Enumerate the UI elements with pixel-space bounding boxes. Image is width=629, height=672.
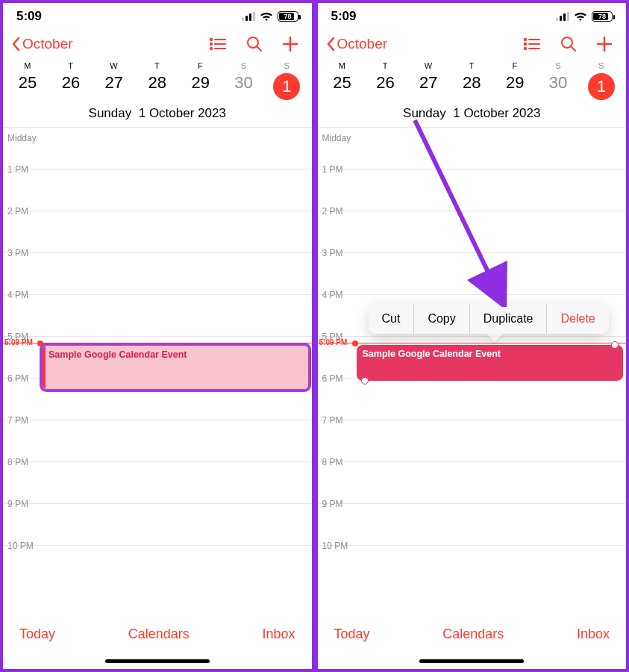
day-col-thu[interactable]: T28 (450, 58, 493, 105)
calendar-event[interactable]: Sample Google Calendar Event (42, 345, 309, 390)
clock: 5:09 (331, 9, 357, 24)
menu-duplicate[interactable]: Duplicate (470, 304, 548, 334)
search-icon[interactable] (246, 36, 263, 52)
context-menu: Cut Copy Duplicate Delete (369, 304, 609, 334)
cellular-icon (556, 12, 569, 21)
hour-label: 4 PM (322, 290, 343, 300)
hour-label: 8 PM (7, 457, 28, 467)
calendars-button[interactable]: Calendars (442, 626, 504, 642)
battery-icon: 78 (592, 11, 613, 22)
hour-label: 4 PM (7, 290, 28, 300)
hour-label: 6 PM (322, 373, 343, 384)
status-bar: 5:09 78 (3, 3, 312, 25)
back-label: October (22, 36, 73, 52)
day-col-wed[interactable]: W27 (93, 58, 136, 105)
hour-label: 7 PM (322, 415, 343, 426)
chevron-left-icon (325, 37, 336, 52)
screenshot-right: 5:09 78 October (315, 0, 630, 672)
search-icon[interactable] (560, 36, 577, 52)
day-timeline[interactable]: Midday 1 PM 2 PM 3 PM 4 PM 5 PM 6 PM 7 P… (3, 127, 312, 566)
hour-label: 9 PM (322, 499, 343, 509)
hour-label: 2 PM (322, 206, 343, 217)
day-col-fri[interactable]: F29 (179, 58, 222, 105)
resize-handle-top[interactable] (611, 341, 619, 349)
today-button[interactable]: Today (19, 626, 55, 642)
wifi-icon (260, 11, 273, 22)
resize-handle-bottom[interactable] (361, 377, 369, 385)
svg-point-2 (210, 43, 211, 45)
now-indicator: 5:09 PM (318, 343, 627, 343)
day-col-sat[interactable]: S30 (536, 58, 580, 105)
back-button[interactable]: October (10, 36, 73, 52)
home-indicator[interactable] (419, 659, 524, 663)
battery-icon: 78 (278, 11, 298, 22)
day-col-thu[interactable]: T28 (136, 58, 179, 105)
hour-label: 7 PM (7, 415, 28, 426)
hour-label: Midday (322, 133, 351, 143)
menu-delete[interactable]: Delete (547, 304, 608, 334)
hour-label: 1 PM (7, 164, 28, 175)
now-indicator: 5:09 PM (3, 343, 312, 343)
menu-cut[interactable]: Cut (369, 304, 415, 334)
list-icon[interactable] (523, 37, 541, 51)
day-col-fri[interactable]: F29 (493, 58, 536, 105)
hour-label: 1 PM (322, 164, 343, 175)
day-col-mon[interactable]: M25 (6, 58, 49, 105)
list-icon[interactable] (209, 37, 227, 51)
date-header: Sunday 1 October 2023 (3, 105, 312, 127)
svg-point-12 (525, 43, 526, 45)
hour-label: Midday (7, 133, 37, 143)
svg-point-10 (525, 39, 526, 40)
hour-label: 8 PM (322, 457, 343, 467)
hour-label: 3 PM (7, 248, 28, 258)
status-right: 78 (556, 11, 613, 22)
calendars-button[interactable]: Calendars (128, 626, 190, 642)
cellular-icon (242, 12, 255, 21)
hour-label: 10 PM (7, 541, 34, 551)
status-bar: 5:09 78 (318, 3, 627, 25)
day-col-wed[interactable]: W27 (407, 58, 450, 105)
nav-bar: October (3, 25, 312, 58)
date-header: Sunday 1 October 2023 (318, 105, 627, 127)
day-col-sun[interactable]: S1 (580, 58, 623, 105)
calendar-event-selected[interactable]: Sample Google Calendar Event (357, 345, 624, 381)
day-col-tue[interactable]: T26 (363, 58, 407, 105)
hour-label: 3 PM (322, 248, 343, 258)
screenshot-left: 5:09 78 October (0, 0, 315, 672)
hour-label: 9 PM (7, 499, 28, 509)
svg-line-7 (257, 47, 261, 52)
day-col-sat[interactable]: S30 (222, 58, 266, 105)
week-header: M25 T26 W27 T28 F29 S30 S1 (318, 58, 627, 105)
event-title: Sample Google Calendar Event (363, 349, 501, 359)
wifi-icon (574, 11, 587, 22)
add-icon[interactable] (282, 36, 298, 52)
clock: 5:09 (16, 9, 42, 24)
svg-point-14 (525, 48, 526, 49)
week-header: M25 T26 W27 T28 F29 S30 S1 (3, 58, 312, 105)
day-col-tue[interactable]: T26 (49, 58, 93, 105)
chevron-left-icon (10, 37, 21, 52)
svg-line-17 (572, 47, 576, 52)
day-col-mon[interactable]: M25 (321, 58, 364, 105)
hour-label: 6 PM (7, 373, 28, 384)
today-button[interactable]: Today (334, 626, 370, 642)
nav-bar: October (318, 25, 627, 58)
inbox-button[interactable]: Inbox (262, 626, 295, 642)
inbox-button[interactable]: Inbox (577, 626, 610, 642)
svg-point-4 (210, 48, 211, 49)
day-col-sun[interactable]: S1 (266, 58, 309, 105)
day-timeline[interactable]: Midday 1 PM 2 PM 3 PM 4 PM 5 PM 6 PM 7 P… (318, 127, 627, 566)
add-icon[interactable] (596, 36, 613, 52)
event-title: Sample Google Calendar Event (48, 349, 187, 360)
hour-label: 10 PM (322, 541, 348, 551)
back-button[interactable]: October (325, 36, 388, 52)
menu-copy[interactable]: Copy (414, 304, 469, 334)
home-indicator[interactable] (105, 659, 210, 663)
svg-point-0 (210, 39, 211, 40)
status-right: 78 (242, 11, 298, 22)
back-label: October (337, 36, 388, 52)
hour-label: 2 PM (7, 206, 28, 217)
